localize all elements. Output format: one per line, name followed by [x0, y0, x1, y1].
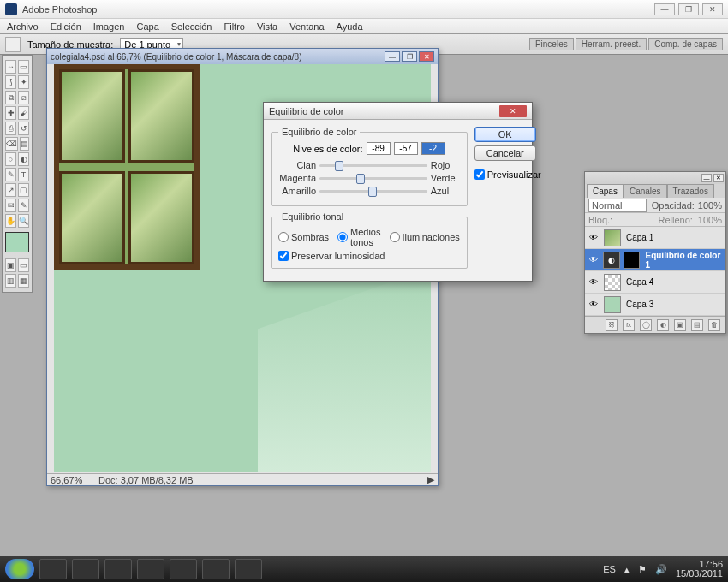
clock[interactable]: 17:56 15/03/2011 [676, 560, 723, 579]
marquee-tool[interactable]: ▭ [18, 60, 29, 74]
slider-thumb-1[interactable] [335, 161, 343, 171]
taskbar-item-app2[interactable] [170, 559, 197, 579]
eyedropper-tool[interactable]: ✎ [18, 199, 29, 212]
language-indicator[interactable]: ES [603, 564, 616, 574]
brush-tool[interactable]: 🖌 [18, 106, 29, 120]
visibility-toggle[interactable] [585, 300, 602, 309]
level-yellow-input[interactable] [421, 142, 445, 155]
cancel-button[interactable]: Cancelar [474, 146, 536, 161]
panel-minimize-button[interactable]: — [701, 174, 712, 182]
visibility-toggle[interactable] [585, 233, 602, 242]
close-button[interactable]: ✕ [702, 3, 723, 15]
start-button[interactable] [5, 559, 34, 579]
menu-archivo[interactable]: Archivo [2, 20, 44, 33]
taskbar-item-explorer[interactable] [72, 559, 99, 579]
layer-thumb[interactable] [604, 296, 621, 313]
heal-tool[interactable]: ✚ [5, 106, 16, 120]
volume-icon[interactable]: 🔊 [655, 564, 667, 575]
doc-close-button[interactable]: ✕ [419, 51, 434, 62]
eyedropper-icon[interactable] [5, 37, 21, 52]
taskbar-item-photoshop[interactable] [235, 559, 262, 579]
lasso-tool[interactable]: ⟆ [5, 75, 16, 89]
wand-tool[interactable]: ✦ [18, 75, 29, 89]
preserve-luminosity-checkbox[interactable]: Preservar luminosidad [278, 251, 460, 261]
tab-herram-preest[interactable]: Herram. preest. [576, 38, 647, 50]
extra-toggle-2[interactable]: ▦ [18, 274, 29, 288]
tab-comp-capas[interactable]: Comp. de capas [648, 38, 723, 50]
opacity-value[interactable]: 100% [698, 200, 722, 211]
text-tool[interactable]: T [18, 168, 29, 181]
taskbar-item-mediaplayer[interactable] [104, 559, 132, 579]
adjustment-icon[interactable]: ◐ [603, 252, 620, 269]
blend-mode-dropdown[interactable]: Normal [588, 199, 647, 212]
tray-up-icon[interactable]: ▴ [624, 564, 630, 575]
level-magenta-input[interactable] [394, 142, 418, 155]
taskbar-item-app1[interactable] [137, 559, 164, 579]
flag-icon[interactable]: ⚑ [638, 564, 647, 575]
tab-capas[interactable]: Capas [587, 184, 624, 198]
tab-canales[interactable]: Canales [624, 184, 667, 198]
slider-thumb-3[interactable] [368, 187, 377, 197]
tab-trazados[interactable]: Trazados [667, 184, 714, 198]
pen-tool[interactable]: ✎ [5, 168, 16, 181]
tab-pinceles[interactable]: Pinceles [529, 38, 574, 50]
path-tool[interactable]: ↗ [5, 183, 16, 197]
zoom-level[interactable]: 66,67% [51, 475, 92, 485]
taskbar-item-ie[interactable] [39, 559, 67, 579]
screenmode-toggle[interactable]: ▭ [18, 258, 29, 272]
radio-highlights[interactable]: Iluminaciones [390, 232, 460, 242]
blur-tool[interactable]: ○ [5, 152, 16, 166]
link-layers-icon[interactable]: ⛓ [606, 319, 618, 331]
shape-tool[interactable]: ▢ [18, 183, 29, 197]
dodge-tool[interactable]: ◐ [18, 152, 29, 166]
visibility-toggle[interactable] [585, 277, 602, 287]
layer-name[interactable]: Capa 4 [623, 277, 653, 287]
level-cyan-input[interactable] [367, 142, 391, 155]
ok-button[interactable]: OK [474, 127, 536, 142]
maximize-button[interactable]: ❐ [678, 3, 699, 15]
foreground-color-swatch[interactable] [5, 232, 29, 252]
extra-toggle-1[interactable]: ▥ [5, 274, 16, 288]
slider-track-1[interactable] [319, 164, 427, 167]
menu-capa[interactable]: Capa [131, 20, 164, 33]
mask-icon[interactable]: ◯ [640, 319, 652, 331]
layer-row[interactable]: Capa 4 [585, 271, 725, 294]
dialog-titlebar[interactable]: Equilibrio de color ✕ [264, 103, 532, 120]
slider-thumb-2[interactable] [356, 174, 365, 184]
menu-seleccion[interactable]: Selección [166, 20, 218, 33]
gradient-tool[interactable]: ▤ [20, 137, 29, 151]
slice-tool[interactable]: ⧄ [18, 91, 29, 104]
history-brush-tool[interactable]: ↺ [18, 122, 29, 135]
radio-midtones[interactable]: Medios tonos [337, 227, 380, 247]
adjustment-layer-icon[interactable]: ◐ [657, 319, 669, 331]
layer-row[interactable]: Capa 3 [585, 294, 725, 316]
trash-icon[interactable]: 🗑 [708, 319, 720, 331]
menu-vista[interactable]: Vista [252, 20, 283, 33]
zoom-tool[interactable]: 🔍 [18, 214, 29, 228]
folder-icon[interactable]: ▣ [674, 319, 686, 331]
layer-thumb[interactable] [604, 229, 621, 246]
visibility-toggle[interactable] [585, 255, 601, 264]
scroll-arrow-icon[interactable]: ▶ [427, 474, 434, 485]
eraser-tool[interactable]: ⌫ [5, 137, 18, 151]
doc-maximize-button[interactable]: ❐ [402, 51, 417, 62]
mask-thumb[interactable] [624, 252, 641, 269]
menu-ventana[interactable]: Ventana [284, 20, 329, 33]
radio-shadows[interactable]: Sombras [278, 232, 329, 242]
stamp-tool[interactable]: ⎙ [5, 122, 16, 135]
fx-icon[interactable]: fx [623, 319, 635, 331]
layer-name[interactable]: Capa 1 [623, 233, 653, 242]
hand-tool[interactable]: ✋ [5, 214, 16, 228]
new-layer-icon[interactable]: ▤ [691, 319, 703, 331]
slider-track-3[interactable] [319, 190, 427, 193]
fill-value[interactable]: 100% [698, 215, 722, 225]
menu-imagen[interactable]: Imagen [88, 20, 130, 33]
panel-close-button[interactable]: ✕ [713, 174, 724, 182]
crop-tool[interactable]: ⧉ [5, 91, 16, 104]
layer-name[interactable]: Capa 3 [623, 300, 653, 309]
doc-minimize-button[interactable]: — [385, 51, 400, 62]
document-titlebar[interactable]: colegiala4.psd al 66,7% (Equilibrio de c… [47, 49, 438, 64]
layer-thumb[interactable] [604, 274, 621, 291]
menu-edicion[interactable]: Edición [45, 20, 87, 33]
quickmask-toggle[interactable]: ▣ [5, 258, 16, 272]
